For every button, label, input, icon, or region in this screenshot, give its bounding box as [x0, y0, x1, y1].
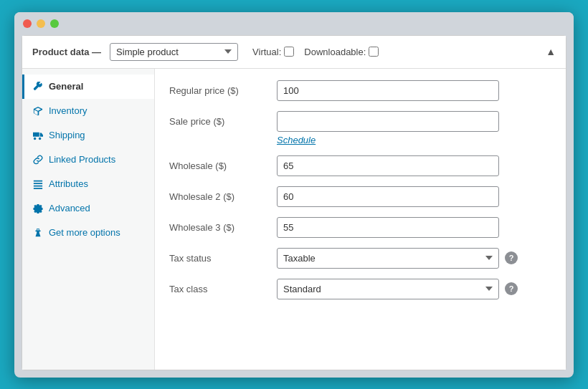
tax-status-select-group: Taxable Shipping only None ?: [277, 248, 551, 269]
sale-price-input[interactable]: [277, 111, 499, 132]
wholesale-row: Wholesale ($): [169, 155, 551, 176]
wholesale2-wrap: [277, 186, 551, 207]
product-data-header: Product data — Simple product Variable p…: [22, 36, 566, 69]
svg-rect-0: [34, 180, 42, 181]
sidebar-label-get-more-options: Get more options: [49, 227, 120, 238]
product-data-label: Product data —: [32, 47, 101, 57]
wholesale3-label: Wholesale 3 ($): [169, 217, 277, 233]
app-window: Product data — Simple product Variable p…: [14, 12, 574, 378]
wholesale-input[interactable]: [277, 155, 499, 176]
regular-price-row: Regular price ($): [169, 80, 551, 101]
main-body: General Inventory Shipping: [22, 69, 566, 370]
tax-status-help-icon[interactable]: ?: [505, 251, 518, 264]
tax-class-wrap: Standard Reduced rate Zero rate ?: [277, 279, 551, 299]
schedule-link[interactable]: Schedule: [277, 135, 551, 145]
wholesale3-input[interactable]: [277, 217, 499, 238]
virtual-label[interactable]: Virtual:: [252, 47, 294, 57]
sidebar-label-general: General: [49, 81, 83, 92]
sidebar-item-get-more-options[interactable]: Get more options: [22, 221, 154, 245]
downloadable-label[interactable]: Downloadable:: [304, 47, 379, 57]
content-area: Product data — Simple product Variable p…: [22, 35, 566, 370]
tax-class-label: Tax class: [169, 279, 277, 294]
list-icon: [32, 178, 44, 190]
sale-price-wrap: Schedule: [277, 111, 551, 145]
tax-class-select-group: Standard Reduced rate Zero rate ?: [277, 279, 551, 299]
svg-rect-1: [34, 183, 42, 184]
product-type-select[interactable]: Simple product Variable product Grouped …: [110, 43, 238, 61]
sidebar-label-attributes: Attributes: [49, 178, 88, 189]
sidebar-item-attributes[interactable]: Attributes: [22, 172, 154, 196]
sale-price-label: Sale price ($): [169, 111, 277, 127]
tax-class-help-icon[interactable]: ?: [505, 282, 518, 295]
sidebar-item-inventory[interactable]: Inventory: [22, 99, 154, 123]
sidebar: General Inventory Shipping: [22, 69, 155, 370]
svg-rect-3: [34, 188, 42, 189]
wholesale-label: Wholesale ($): [169, 155, 277, 171]
form-area: Regular price ($) Sale price ($) Schedul…: [155, 69, 566, 370]
wholesale3-row: Wholesale 3 ($): [169, 217, 551, 238]
regular-price-input[interactable]: [277, 80, 499, 101]
sidebar-label-inventory: Inventory: [49, 105, 87, 116]
wholesale2-input[interactable]: [277, 186, 499, 207]
tax-class-select[interactable]: Standard Reduced rate Zero rate: [277, 279, 499, 299]
plugin-icon: [32, 227, 44, 239]
sidebar-label-linked-products: Linked Products: [49, 154, 115, 165]
downloadable-checkbox[interactable]: [369, 47, 379, 57]
sidebar-item-shipping[interactable]: Shipping: [22, 123, 154, 148]
sidebar-label-shipping: Shipping: [49, 130, 85, 140]
minimize-button[interactable]: [37, 19, 45, 28]
regular-price-wrap: [277, 80, 551, 101]
sidebar-item-general[interactable]: General: [22, 75, 154, 99]
sidebar-item-advanced[interactable]: Advanced: [22, 196, 154, 221]
collapse-button[interactable]: ▲: [546, 46, 556, 57]
tax-class-row: Tax class Standard Reduced rate Zero rat…: [169, 279, 551, 299]
sidebar-item-linked-products[interactable]: Linked Products: [22, 148, 154, 172]
box-icon: [32, 105, 44, 117]
svg-rect-2: [34, 185, 42, 186]
tax-status-wrap: Taxable Shipping only None ?: [277, 248, 551, 269]
wrench-icon: [32, 81, 44, 92]
virtual-downloadable-group: Virtual: Downloadable:: [252, 47, 379, 57]
virtual-checkbox[interactable]: [284, 47, 294, 57]
maximize-button[interactable]: [50, 19, 59, 28]
sale-price-row: Sale price ($) Schedule: [169, 111, 551, 145]
link-icon: [32, 154, 44, 165]
wholesale2-row: Wholesale 2 ($): [169, 186, 551, 207]
wholesale2-label: Wholesale 2 ($): [169, 186, 277, 202]
tax-status-select[interactable]: Taxable Shipping only None: [277, 248, 499, 269]
close-button[interactable]: [23, 19, 32, 28]
tax-status-row: Tax status Taxable Shipping only None ?: [169, 248, 551, 269]
titlebar: [14, 12, 574, 35]
wholesale3-wrap: [277, 217, 551, 238]
sidebar-label-advanced: Advanced: [49, 203, 90, 213]
tax-status-label: Tax status: [169, 248, 277, 264]
regular-price-label: Regular price ($): [169, 80, 277, 96]
gear-icon: [32, 203, 44, 214]
truck-icon: [32, 130, 44, 141]
wholesale-wrap: [277, 155, 551, 176]
